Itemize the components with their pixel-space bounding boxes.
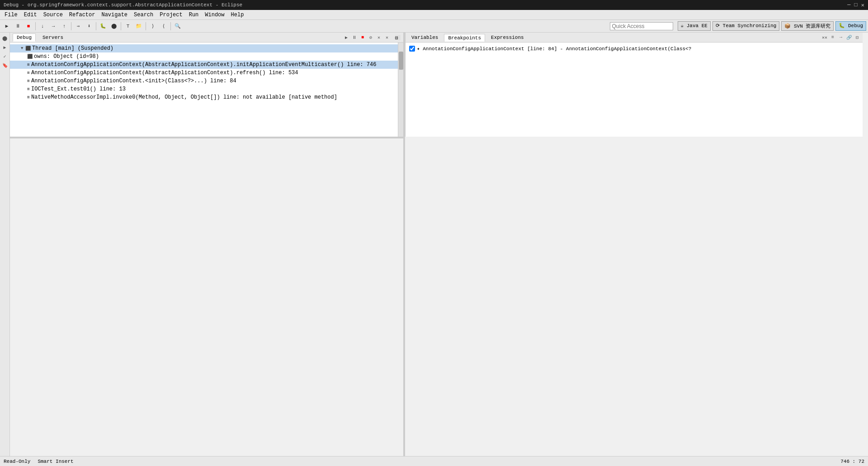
menu-bar: File Edit Source Refactor Navigate Searc… — [0, 10, 868, 20]
perspective-svn[interactable]: 📦 SVN 资源库研究 — [781, 21, 834, 31]
owns-icon: ⬛ — [27, 54, 33, 59]
status-bar: Read-Only Smart Insert 746 : 72 — [0, 456, 868, 466]
horizontal-divider-left[interactable] — [10, 137, 403, 138]
owns-label: owns: Object (id=98) — [34, 53, 99, 60]
sidebar-bookmarks-icon[interactable]: 🔖 — [1, 62, 9, 70]
perspective-debug[interactable]: 🐛 Debug — [835, 21, 866, 31]
toolbar: ▶ ⏸ ■ ↓ → ↑ ⇒ ⬇ 🐛 ⬤ T 📁 ⟩ ⟨ 🔍 ☕ Java EE … — [0, 20, 868, 33]
drop-to-frame-btn[interactable]: ⬇ — [84, 21, 94, 31]
frame-icon-2: ≡ — [27, 79, 30, 84]
stack-frame-3[interactable]: ≡ IOCTest_Ext.test01() line: 13 — [10, 85, 398, 93]
prev-btn[interactable]: ⟨ — [159, 21, 169, 31]
variables-tab[interactable]: Variables — [407, 33, 442, 42]
link-icon[interactable]: 🔗 — [845, 34, 853, 41]
debug-tab[interactable]: Debug — [13, 33, 36, 42]
open-resource-btn[interactable]: 📁 — [134, 21, 144, 31]
right-panel-header: Variables Breakpoints Expressions ✕✕ ≡ →… — [406, 33, 863, 43]
sidebar-console-icon[interactable]: ▶ — [1, 43, 9, 52]
status-position: 746 : 72 — [840, 459, 864, 464]
frame-label-0: AnnotationConfigApplicationContext(Abstr… — [31, 62, 376, 68]
right-panel: Variables Breakpoints Expressions ✕✕ ≡ →… — [405, 33, 863, 137]
menu-window[interactable]: Window — [202, 11, 227, 19]
breakpoint-label-0: ✦ AnnotationConfigApplicationContext [li… — [417, 46, 691, 52]
pause-btn[interactable]: ⏸ — [13, 21, 23, 31]
menu-navigate[interactable]: Navigate — [99, 11, 130, 19]
breakpoint-row-0[interactable]: ✦ AnnotationConfigApplicationContext [li… — [407, 44, 861, 52]
minimize-button[interactable]: ─ — [847, 2, 850, 9]
step-return-btn[interactable]: ↑ — [59, 21, 69, 31]
disconnect-icon[interactable]: ⊘ — [367, 34, 374, 41]
close-button[interactable]: ✕ — [861, 2, 864, 9]
new-debug-btn[interactable]: 🐛 — [98, 21, 108, 31]
breakpoints-tab[interactable]: Breakpoints — [444, 34, 485, 42]
menu-project[interactable]: Project — [157, 11, 185, 19]
breakpoints-list: ✦ AnnotationConfigApplicationContext [li… — [406, 43, 863, 137]
step-over-btn[interactable]: → — [48, 21, 58, 31]
status-insert: Smart Insert — [38, 459, 73, 464]
debug-panel-header: Debug Servers ▶ ⏸ ■ ⊘ ✕ ✕ ⊡ — [10, 33, 403, 43]
search-btn[interactable]: 🔍 — [173, 21, 183, 31]
sep6 — [170, 22, 171, 30]
stack-frame-0[interactable]: ≡ AnnotationConfigApplicationContext(Abs… — [10, 61, 398, 69]
open-type-btn[interactable]: T — [123, 21, 133, 31]
frame-label-1: AnnotationConfigApplicationContext(Abstr… — [31, 70, 298, 76]
frame-icon-4: ≡ — [27, 95, 30, 100]
suspend-icon[interactable]: ⏸ — [351, 34, 358, 41]
menu-run[interactable]: Run — [186, 11, 202, 19]
servers-tab[interactable]: Servers — [38, 33, 67, 42]
perspective-buttons: ☕ Java EE ⟳ Team Synchronizing 📦 SVN 资源库… — [678, 21, 866, 31]
perspective-team[interactable]: ⟳ Team Synchronizing — [712, 21, 779, 31]
terminate-icon[interactable]: ■ — [359, 34, 366, 41]
sidebar-breakpoints-icon[interactable]: ⬤ — [1, 34, 9, 43]
frame-icon-3: ≡ — [27, 87, 30, 92]
remove-icon[interactable]: ✕ — [375, 34, 382, 41]
frame-label-3: IOCTest_Ext.test01() line: 13 — [31, 86, 126, 92]
step-into-btn[interactable]: ↓ — [38, 21, 47, 31]
sidebar-tasks-icon[interactable]: ✓ — [1, 52, 9, 61]
debug-btn[interactable]: ▶ — [2, 21, 12, 31]
resume-icon[interactable]: ▶ — [343, 34, 350, 41]
menu-refactor[interactable]: Refactor — [66, 11, 98, 19]
panel-resize-icon[interactable]: ⊡ — [395, 35, 401, 40]
debug-scrollbar-v[interactable] — [398, 43, 403, 137]
stack-frame-1[interactable]: ≡ AnnotationConfigApplicationContext(Abs… — [10, 69, 398, 77]
debug-tree: ▼ ⬛ Thread [main] (Suspended) ⬛ owns: Ob… — [10, 43, 398, 137]
debug-panel-icons: ▶ ⏸ ■ ⊘ ✕ ✕ — [343, 34, 391, 41]
goto-icon[interactable]: → — [837, 34, 844, 41]
sep1 — [35, 22, 36, 30]
debug-tree-area: ▼ ⬛ Thread [main] (Suspended) ⬛ owns: Ob… — [10, 43, 403, 137]
right-panel-icons: ✕✕ ≡ → 🔗 ⊡ — [821, 34, 861, 41]
quick-access-input[interactable] — [610, 22, 673, 30]
menu-source[interactable]: Source — [41, 11, 66, 19]
sep2 — [71, 22, 71, 30]
run-to-btn[interactable]: ⇒ — [73, 21, 83, 31]
stack-frame-4[interactable]: ≡ NativeMethodAccessorImpl.invoke0(Metho… — [10, 93, 398, 101]
debug-panel: Debug Servers ▶ ⏸ ■ ⊘ ✕ ✕ ⊡ — [10, 33, 403, 137]
menu-help[interactable]: Help — [228, 11, 247, 19]
breakpoint-btn[interactable]: ⬤ — [109, 21, 119, 31]
window-title: Debug - org.springframework.context.supp… — [4, 2, 242, 8]
breakpoint-check-0[interactable] — [409, 46, 415, 52]
stack-frame-2[interactable]: ≡ AnnotationConfigApplicationContext.<in… — [10, 77, 398, 85]
frame-label-2: AnnotationConfigApplicationContext.<init… — [31, 78, 236, 84]
thread-arrow: ▼ — [21, 46, 25, 51]
window-controls[interactable]: ─ □ ✕ — [847, 2, 864, 9]
perspective-javaee[interactable]: ☕ Java EE — [678, 21, 711, 31]
thread-row[interactable]: ▼ ⬛ Thread [main] (Suspended) — [10, 44, 398, 52]
show-supported-icon[interactable]: ≡ — [829, 34, 836, 41]
remove-all-icon[interactable]: ✕✕ — [821, 34, 828, 41]
expressions-tab[interactable]: Expressions — [487, 33, 528, 42]
title-bar: Debug - org.springframework.context.supp… — [0, 0, 868, 10]
expand-icon[interactable]: ⊡ — [854, 34, 861, 41]
close-panel-icon[interactable]: ✕ — [383, 34, 391, 41]
owns-row[interactable]: ⬛ owns: Object (id=98) — [10, 52, 398, 61]
menu-file[interactable]: File — [2, 11, 20, 19]
status-readonly: Read-Only — [4, 459, 30, 464]
menu-search[interactable]: Search — [131, 11, 156, 19]
menu-edit[interactable]: Edit — [21, 11, 40, 19]
thread-label: Thread [main] (Suspended) — [32, 45, 113, 52]
maximize-button[interactable]: □ — [854, 2, 858, 9]
thread-icon: ⬛ — [25, 46, 31, 51]
stop-btn[interactable]: ■ — [24, 21, 33, 31]
next-btn[interactable]: ⟩ — [148, 21, 158, 31]
